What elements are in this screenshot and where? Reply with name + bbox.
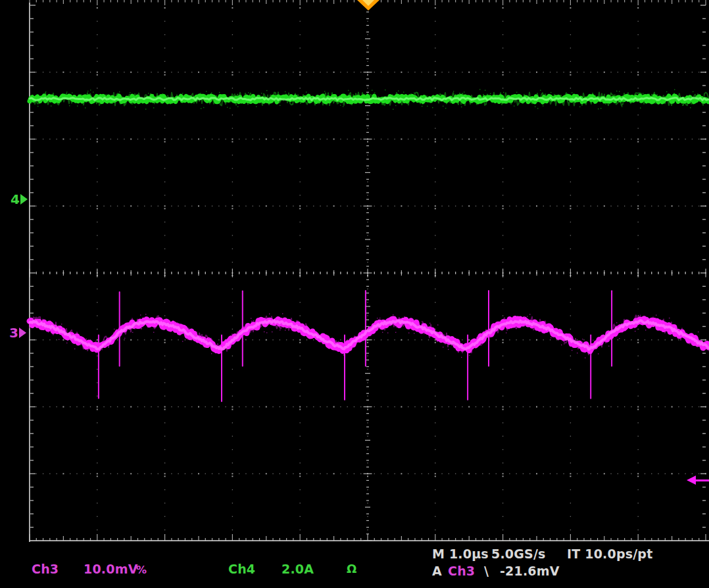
ch3-marker-label: 3 (9, 326, 18, 339)
trigger-position-marker[interactable] (357, 0, 379, 11)
ch4-coupling-icon: Ω (347, 562, 357, 576)
right-arrow-icon (19, 328, 26, 338)
trigger-source: Ch3 (448, 564, 475, 578)
ch3-scale: 10.0mV (84, 562, 138, 576)
arrow-tail (695, 479, 709, 481)
right-arrow-icon (20, 194, 28, 205)
ch3-position-marker[interactable]: 3 (9, 326, 26, 339)
waveform-display (0, 0, 709, 588)
trigger-slope-icon: \ (484, 564, 489, 578)
trigger-level-arrow[interactable] (685, 475, 709, 485)
trigger-level: -21.6mV (500, 564, 560, 578)
ch3-label: Ch3 (32, 562, 59, 576)
timebase-sample-rate: 5.0GS/s (491, 547, 546, 561)
ch4-position-marker[interactable]: 4 (11, 193, 28, 206)
ch4-marker-label: 4 (11, 193, 20, 206)
ch3-coupling-icon: % (136, 564, 147, 576)
trigger-mode-prefix: A (432, 564, 442, 578)
ch4-scale: 2.0A (281, 562, 314, 576)
trigger-triangle-icon (362, 0, 374, 6)
oscilloscope-screen: 4 3 Ch3 10.0mV % Ch4 2.0A Ω M 1.0µs 5.0G… (0, 0, 709, 588)
timebase-resolution: IT 10.0ps/pt (567, 547, 652, 561)
ch4-label: Ch4 (228, 562, 255, 576)
timebase-main-scale: M 1.0µs (432, 547, 489, 561)
